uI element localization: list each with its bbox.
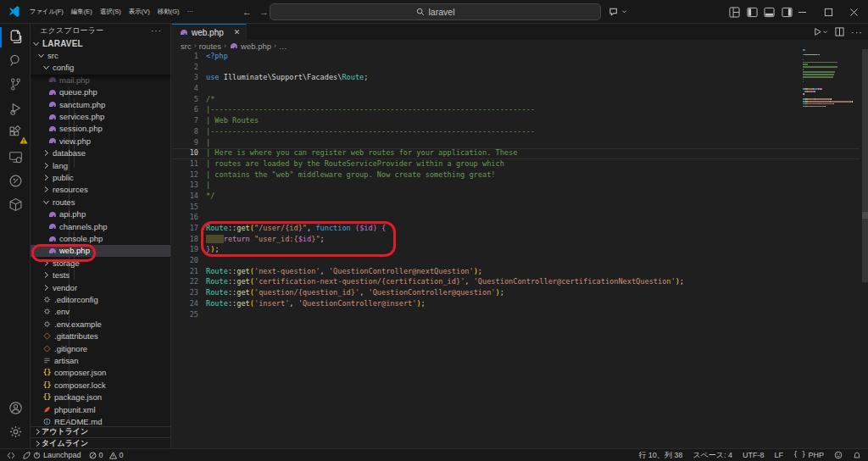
- tree-file-composer.json[interactable]: {}composer.json: [31, 367, 170, 379]
- scrollbar[interactable]: [862, 49, 868, 282]
- tree-file-queue.php[interactable]: queue.php: [31, 86, 170, 98]
- code-line-10[interactable]: | Here is where you can register web rou…: [206, 148, 800, 159]
- breadcrumb-item-2[interactable]: web.php: [241, 42, 271, 51]
- menu-0[interactable]: ファイル(F): [25, 5, 67, 19]
- tree-file-api.php[interactable]: api.php: [31, 208, 170, 220]
- sidebar-more-icon[interactable]: ···: [151, 26, 162, 36]
- minimize-button[interactable]: [798, 8, 807, 17]
- tree-file-README.md[interactable]: README.md: [31, 415, 170, 426]
- tree-folder-routes[interactable]: routes: [31, 196, 170, 208]
- copilot-button[interactable]: [609, 6, 627, 17]
- breadcrumb-item-3[interactable]: …: [279, 42, 287, 51]
- tree-file-artisan[interactable]: artisan: [31, 354, 170, 366]
- tree-file-channels.php[interactable]: channels.php: [31, 220, 170, 232]
- tree-file-.gitattributes[interactable]: .gitattributes: [31, 330, 170, 342]
- code-line-11[interactable]: | routes are loaded by the RouteServiceP…: [206, 159, 800, 170]
- code-line-8[interactable]: |---------------------------------------…: [206, 127, 800, 138]
- code-line-6[interactable]: |---------------------------------------…: [206, 105, 800, 116]
- tree-folder-resources[interactable]: resources: [31, 184, 170, 196]
- encoding[interactable]: UTF-8: [743, 451, 765, 459]
- code-line-19[interactable]: });: [206, 245, 800, 256]
- code-line-21[interactable]: Route::get('next-question', 'QuestionCon…: [206, 267, 800, 278]
- activity-containers-icon[interactable]: [0, 193, 31, 217]
- launchpad-status[interactable]: Launchpad: [23, 451, 81, 459]
- customize-layout-icon[interactable]: [729, 7, 740, 18]
- command-center-search[interactable]: laravel: [270, 3, 601, 20]
- run-button[interactable]: [813, 27, 828, 36]
- editor-more-icon[interactable]: ···: [851, 27, 863, 37]
- breadcrumb-item-1[interactable]: routes: [199, 42, 221, 51]
- outline-panel-header[interactable]: アウトライン: [31, 426, 170, 438]
- activity-explorer-icon[interactable]: [0, 25, 31, 48]
- code-line-20[interactable]: [206, 256, 800, 267]
- code-line-4[interactable]: [206, 84, 800, 95]
- timeline-panel-header[interactable]: タイムライン: [31, 437, 170, 448]
- tree-folder-storage[interactable]: storage: [31, 257, 170, 269]
- tree-folder-LARAVEL[interactable]: LARAVEL: [31, 37, 170, 49]
- eol[interactable]: LF: [775, 451, 784, 459]
- tree-file-console.php[interactable]: console.php: [31, 232, 170, 244]
- editor-area[interactable]: web.php ✕ ··· src›routes›web.php›… 12345…: [172, 24, 868, 448]
- code-line-18[interactable]: return "user_id:{$id}";: [206, 235, 800, 246]
- tree-folder-database[interactable]: database: [31, 147, 170, 159]
- menu-1[interactable]: 編集(E): [67, 5, 96, 19]
- code-line-15[interactable]: [206, 203, 800, 214]
- tree-file-.env[interactable]: .env: [31, 306, 170, 318]
- activity-settings-icon[interactable]: [0, 419, 31, 443]
- nav-forward-icon[interactable]: →: [259, 7, 269, 17]
- activity-source-control-icon[interactable]: [0, 73, 31, 97]
- code-line-24[interactable]: Route::get('insert', 'QuestionController…: [206, 299, 800, 310]
- toggle-secondary-sidebar-icon[interactable]: [782, 7, 793, 18]
- code-line-22[interactable]: Route::get('certification-next-question/…: [206, 277, 800, 288]
- toggle-sidebar-icon[interactable]: [747, 7, 758, 18]
- tree-folder-lang[interactable]: lang: [31, 159, 170, 171]
- code-line-25[interactable]: [206, 310, 800, 321]
- tree-file-sanctum.php[interactable]: sanctum.php: [31, 98, 170, 110]
- menu-5[interactable]: ···: [183, 5, 198, 19]
- feedback-icon[interactable]: [834, 451, 843, 459]
- tree-file-mail.php[interactable]: mail.php: [31, 74, 170, 86]
- cursor-position[interactable]: 行 10、列 38: [638, 450, 682, 461]
- problems-status[interactable]: 0 0: [89, 451, 124, 459]
- code-line-9[interactable]: |: [206, 138, 800, 149]
- tree-folder-config[interactable]: config: [31, 62, 170, 74]
- split-editor-icon[interactable]: [835, 27, 844, 36]
- menu-4[interactable]: 移動(G): [153, 5, 183, 19]
- code-line-3[interactable]: use Illuminate\Support\Facades\Route;: [206, 73, 800, 84]
- code-line-7[interactable]: | Web Routes: [206, 116, 800, 127]
- tab-close-icon[interactable]: ✕: [234, 28, 241, 36]
- breadcrumb-item-0[interactable]: src: [181, 42, 192, 51]
- indentation[interactable]: スペース: 4: [693, 450, 732, 461]
- code-line-2[interactable]: [206, 63, 800, 74]
- tree-file-view.php[interactable]: view.php: [31, 135, 170, 147]
- activity-remote-explorer-icon[interactable]: [0, 145, 31, 169]
- code-line-1[interactable]: <?php: [206, 52, 800, 63]
- toggle-panel-icon[interactable]: [764, 7, 775, 18]
- tree-file-services.php[interactable]: services.php: [31, 110, 170, 122]
- maximize-button[interactable]: [824, 8, 833, 17]
- language-mode[interactable]: { }PHP: [793, 451, 824, 459]
- activity-run-debug-icon[interactable]: [0, 97, 31, 120]
- code-line-5[interactable]: /*: [206, 95, 800, 106]
- activity-extensions-icon[interactable]: [0, 121, 31, 145]
- menu-3[interactable]: 表示(V): [125, 5, 153, 19]
- tree-file-package.json[interactable]: {}package.json: [31, 392, 170, 403]
- tab-web-php[interactable]: web.php ✕: [172, 24, 247, 40]
- minimap[interactable]: [803, 49, 853, 151]
- tree-folder-public[interactable]: public: [31, 171, 170, 183]
- tree-file-.env.example[interactable]: .env.example: [31, 318, 170, 330]
- activity-live-share-icon[interactable]: [0, 169, 31, 192]
- tree-file-web.php[interactable]: web.php: [31, 245, 170, 257]
- menu-2[interactable]: 選択(S): [96, 5, 125, 19]
- tree-folder-vendor[interactable]: vendor: [31, 281, 170, 293]
- activity-account-icon[interactable]: [0, 396, 31, 419]
- code-line-17[interactable]: Route::get("/user/{id}", function ($id) …: [206, 224, 800, 235]
- code-line-13[interactable]: |: [206, 181, 800, 192]
- tree-folder-src[interactable]: src: [31, 49, 170, 61]
- code-line-12[interactable]: | contains the "web" middleware group. N…: [206, 170, 800, 181]
- tree-file-.gitignore[interactable]: .gitignore: [31, 342, 170, 354]
- code-line-14[interactable]: */: [206, 192, 800, 203]
- close-button[interactable]: [849, 8, 859, 17]
- tree-folder-tests[interactable]: tests: [31, 269, 170, 281]
- activity-search-icon[interactable]: [0, 48, 31, 72]
